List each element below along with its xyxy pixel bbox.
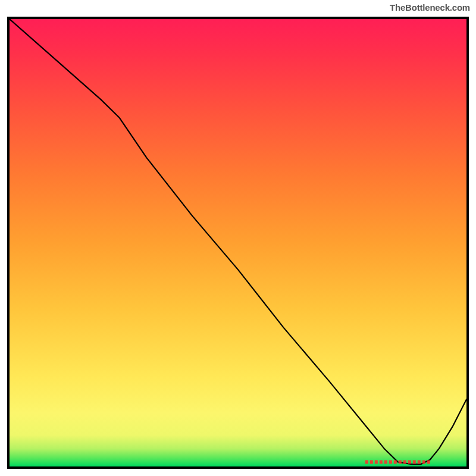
svg-rect-0 [365, 461, 368, 464]
chart-svg [10, 19, 466, 466]
gradient-background [10, 19, 466, 466]
svg-rect-12 [422, 461, 425, 464]
svg-rect-6 [394, 461, 397, 464]
svg-rect-3 [380, 461, 383, 464]
svg-rect-7 [399, 461, 402, 464]
attribution-label: TheBottleneck.com [390, 2, 470, 12]
svg-rect-5 [389, 461, 392, 464]
svg-rect-10 [413, 461, 416, 464]
svg-rect-1 [370, 461, 373, 464]
svg-rect-8 [403, 461, 406, 464]
plot-area [10, 19, 466, 466]
attribution-text: TheBottleneck.com [390, 2, 470, 12]
chart-frame: TheBottleneck.com [0, 0, 476, 476]
svg-rect-13 [427, 461, 430, 464]
svg-rect-9 [408, 461, 411, 464]
svg-rect-2 [375, 461, 378, 464]
svg-rect-4 [384, 461, 387, 464]
plot-area-border [7, 17, 469, 469]
svg-rect-11 [418, 461, 421, 464]
